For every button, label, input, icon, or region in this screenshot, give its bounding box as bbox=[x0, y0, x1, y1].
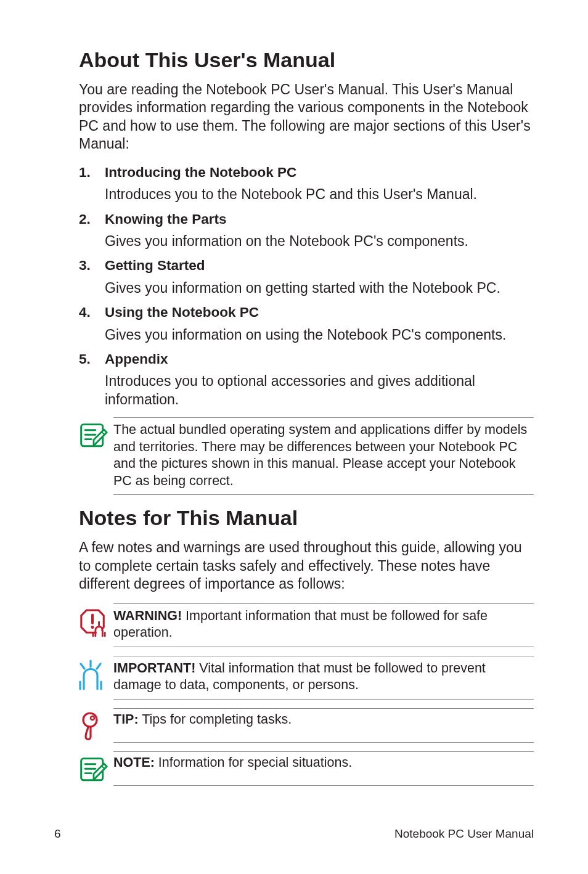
note-body: The actual bundled operating system and … bbox=[113, 417, 534, 495]
section-title: Using the Notebook PC bbox=[105, 303, 259, 322]
warning-body: WARNING! Important information that must… bbox=[113, 603, 534, 647]
note-icon bbox=[79, 751, 113, 786]
section-item: 1.Introducing the Notebook PC Introduces… bbox=[79, 163, 534, 204]
important-label: IMPORTANT! bbox=[113, 661, 195, 676]
section-item: 4.Using the Notebook PC Gives you inform… bbox=[79, 303, 534, 344]
section-number: 2. bbox=[79, 210, 105, 229]
intro-about: You are reading the Notebook PC User's M… bbox=[79, 81, 534, 153]
section-desc: Gives you information on using the Noteb… bbox=[79, 326, 534, 344]
note-callout: The actual bundled operating system and … bbox=[79, 417, 534, 495]
section-desc: Introduces you to the Notebook PC and th… bbox=[79, 186, 534, 203]
important-callout: IMPORTANT! Vital information that must b… bbox=[79, 656, 534, 700]
sections-list: 1.Introducing the Notebook PC Introduces… bbox=[79, 163, 534, 409]
note2-body: NOTE: Information for special situations… bbox=[113, 751, 534, 786]
section-desc: Gives you information on the Notebook PC… bbox=[79, 232, 534, 250]
section-desc: Gives you information on getting started… bbox=[79, 279, 534, 297]
section-desc: Introduces you to optional accessories a… bbox=[79, 372, 534, 409]
footer-title: Notebook PC User Manual bbox=[394, 827, 534, 841]
page-footer: 6 Notebook PC User Manual bbox=[0, 827, 588, 841]
heading-about: About This User's Manual bbox=[79, 48, 534, 72]
tip-label: TIP: bbox=[113, 712, 139, 727]
tip-icon bbox=[79, 708, 113, 743]
note-text: Information for special situations. bbox=[155, 755, 352, 770]
section-title: Knowing the Parts bbox=[105, 210, 227, 229]
note-label: NOTE: bbox=[113, 755, 155, 770]
section-title: Appendix bbox=[105, 350, 168, 369]
section-title: Introducing the Notebook PC bbox=[105, 163, 296, 182]
section-item: 2.Knowing the Parts Gives you informatio… bbox=[79, 210, 534, 251]
section-title: Getting Started bbox=[105, 256, 205, 275]
tip-callout: TIP: Tips for completing tasks. bbox=[79, 708, 534, 743]
warning-callout: WARNING! Important information that must… bbox=[79, 603, 534, 647]
section-number: 1. bbox=[79, 163, 105, 182]
tip-body: TIP: Tips for completing tasks. bbox=[113, 708, 534, 743]
important-icon bbox=[79, 656, 113, 700]
page-number: 6 bbox=[54, 827, 61, 841]
warning-icon bbox=[79, 603, 113, 647]
important-body: IMPORTANT! Vital information that must b… bbox=[113, 656, 534, 700]
note2-callout: NOTE: Information for special situations… bbox=[79, 751, 534, 786]
section-item: 3.Getting Started Gives you information … bbox=[79, 256, 534, 297]
section-number: 3. bbox=[79, 256, 105, 275]
section-number: 5. bbox=[79, 350, 105, 369]
intro-notes: A few notes and warnings are used throug… bbox=[79, 539, 534, 593]
note-icon bbox=[79, 417, 113, 495]
tip-text: Tips for completing tasks. bbox=[139, 712, 292, 727]
section-item: 5.Appendix Introduces you to optional ac… bbox=[79, 350, 534, 409]
heading-notes: Notes for This Manual bbox=[79, 506, 534, 530]
warning-label: WARNING! bbox=[113, 608, 182, 623]
section-number: 4. bbox=[79, 303, 105, 322]
